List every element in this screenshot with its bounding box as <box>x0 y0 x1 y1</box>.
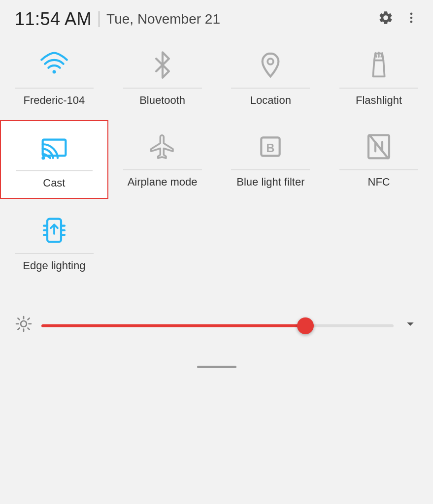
more-options-icon[interactable] <box>404 11 418 28</box>
wifi-icon <box>38 49 70 81</box>
svg-line-15 <box>369 135 388 158</box>
bluetooth-icon <box>147 49 178 81</box>
flashlight-icon <box>363 49 395 81</box>
brightness-icon <box>15 315 33 336</box>
nfc-icon <box>363 131 395 162</box>
date: Tue, November 21 <box>106 11 220 27</box>
svg-point-0 <box>410 12 413 15</box>
tile-location[interactable]: Location <box>217 38 325 115</box>
svg-point-2 <box>410 20 413 23</box>
svg-line-9 <box>375 53 376 54</box>
svg-line-6 <box>376 55 376 57</box>
airplane-icon <box>147 131 178 162</box>
svg-point-3 <box>52 70 56 74</box>
svg-point-17 <box>21 321 27 327</box>
home-bar <box>197 366 236 368</box>
tile-nfc-label: NFC <box>368 175 390 189</box>
empty-col <box>108 204 217 281</box>
tile-cast[interactable]: Cast <box>0 120 108 199</box>
status-right <box>378 10 418 29</box>
tile-flashlight[interactable]: Flashlight <box>325 38 433 115</box>
tile-divider <box>123 88 202 89</box>
svg-line-24 <box>18 328 19 330</box>
time: 11:54 AM <box>15 9 92 30</box>
empty-col <box>217 204 325 281</box>
tile-divider <box>231 169 310 170</box>
tile-divider <box>16 170 93 171</box>
tile-location-label: Location <box>250 94 291 108</box>
brightness-bar[interactable] <box>0 300 433 351</box>
tile-wifi[interactable]: Frederic-104 <box>0 38 108 115</box>
svg-line-7 <box>381 55 382 57</box>
tile-edgelighting-label: Edge lighting <box>23 259 85 273</box>
brightness-track[interactable] <box>41 324 394 327</box>
edgelighting-icon <box>38 215 70 246</box>
status-bar: 11:54 AM Tue, November 21 <box>0 0 433 38</box>
tile-divider <box>231 88 310 89</box>
status-divider <box>99 11 100 27</box>
quick-tiles-row1: Frederic-104 Bluetooth Location <box>0 38 433 115</box>
tile-airplane-label: Airplane mode <box>128 175 198 189</box>
tile-bluelight-label: Blue light filter <box>236 175 304 189</box>
quick-tiles-row3: Edge lighting <box>0 204 433 281</box>
settings-icon[interactable] <box>378 10 394 29</box>
tile-edgelighting[interactable]: Edge lighting <box>0 204 108 281</box>
tile-bluetooth[interactable]: Bluetooth <box>108 38 217 115</box>
empty-col <box>325 204 433 281</box>
tile-divider <box>15 253 94 254</box>
tile-divider <box>15 88 94 89</box>
svg-line-25 <box>28 318 29 320</box>
bluelight-icon: B <box>255 131 286 162</box>
svg-point-1 <box>410 16 413 19</box>
cast-icon <box>38 132 70 163</box>
tile-divider <box>339 169 418 170</box>
svg-rect-11 <box>43 140 66 156</box>
svg-line-10 <box>382 53 382 54</box>
home-indicator[interactable] <box>0 356 433 373</box>
tile-bluetooth-label: Bluetooth <box>139 94 185 108</box>
tile-divider <box>339 88 418 89</box>
tile-divider <box>123 169 202 170</box>
tile-airplane[interactable]: Airplane mode <box>108 120 217 199</box>
svg-line-22 <box>18 318 19 320</box>
svg-point-4 <box>268 59 274 64</box>
tile-nfc[interactable]: NFC <box>325 120 433 199</box>
svg-point-12 <box>41 157 45 160</box>
brightness-thumb[interactable] <box>297 317 314 334</box>
tile-bluelight[interactable]: B Blue light filter <box>217 120 325 199</box>
location-icon <box>255 49 286 81</box>
brightness-chevron-icon[interactable] <box>402 316 418 335</box>
tile-flashlight-label: Flashlight <box>356 94 402 108</box>
status-left: 11:54 AM Tue, November 21 <box>15 9 220 30</box>
svg-line-23 <box>28 328 29 330</box>
tile-wifi-label: Frederic-104 <box>24 94 85 108</box>
tile-cast-label: Cast <box>43 176 65 190</box>
svg-text:B: B <box>266 142 275 155</box>
quick-tiles-row2: Cast Airplane mode B Blue light filter <box>0 120 433 199</box>
